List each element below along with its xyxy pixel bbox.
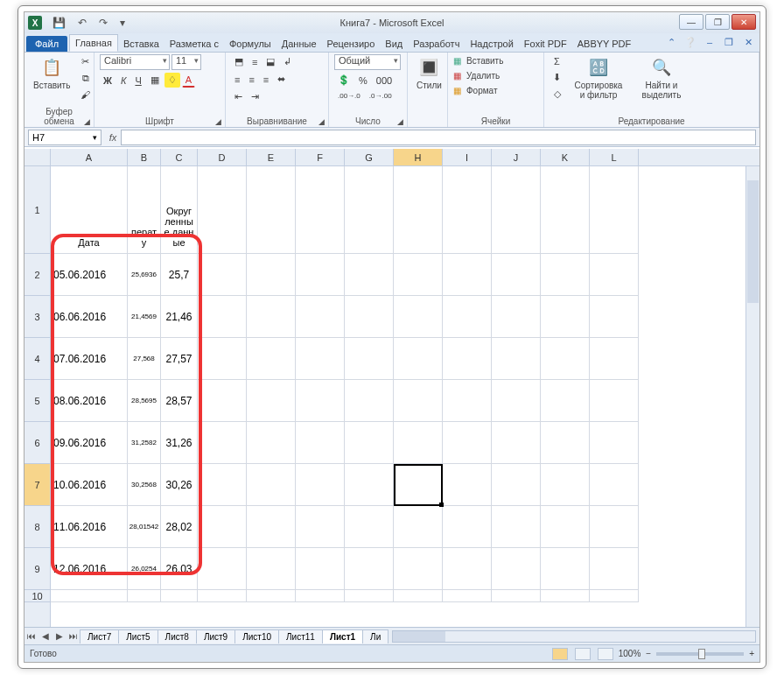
cell[interactable] — [590, 548, 639, 590]
increase-decimal-icon[interactable]: .00→.0 — [334, 90, 364, 102]
cell[interactable] — [345, 464, 394, 506]
save-icon[interactable]: 💾 — [49, 15, 69, 31]
format-cells-icon[interactable]: ▦ — [453, 86, 461, 95]
cut-icon[interactable]: ✂ — [77, 54, 94, 69]
cell[interactable] — [590, 464, 639, 506]
undo-icon[interactable]: ↶ — [74, 15, 90, 31]
cell[interactable] — [590, 422, 639, 464]
styles-button[interactable]: 🔳Стили — [413, 54, 445, 92]
tab-insert[interactable]: Вставка — [118, 36, 164, 52]
font-size-combo[interactable]: 11 — [172, 54, 201, 70]
col-header[interactable]: L — [590, 149, 639, 165]
merge-icon[interactable]: ⬌ — [274, 72, 289, 87]
zoom-slider[interactable] — [656, 652, 744, 656]
cell[interactable] — [443, 464, 492, 506]
cell[interactable] — [247, 338, 296, 380]
align-center-icon[interactable]: ≡ — [245, 73, 257, 87]
tab-addins[interactable]: Надстрой — [465, 36, 518, 52]
cell[interactable] — [443, 380, 492, 422]
file-tab[interactable]: Файл — [26, 36, 67, 52]
align-bottom-icon[interactable]: ⬓ — [262, 54, 278, 69]
cell[interactable] — [296, 548, 345, 590]
cell[interactable] — [590, 590, 639, 602]
tab-abbyy[interactable]: ABBYY PDF — [572, 36, 637, 52]
zoom-out-button[interactable]: − — [646, 649, 651, 658]
cell[interactable] — [541, 422, 590, 464]
cell[interactable] — [443, 506, 492, 548]
copy-icon[interactable]: ⧉ — [77, 71, 94, 86]
cell[interactable] — [198, 590, 247, 602]
align-left-icon[interactable]: ≡ — [231, 73, 243, 87]
cell[interactable] — [394, 548, 443, 590]
col-header[interactable]: H — [394, 149, 443, 165]
cell[interactable] — [345, 506, 394, 548]
tab-formulas[interactable]: Формулы — [224, 36, 276, 52]
cell[interactable] — [296, 380, 345, 422]
cell[interactable] — [492, 464, 541, 506]
tab-view[interactable]: Вид — [380, 36, 408, 52]
cell[interactable] — [247, 296, 296, 338]
cell[interactable] — [198, 506, 247, 548]
format-cells-button[interactable]: Формат — [463, 84, 501, 97]
cell[interactable] — [541, 296, 590, 338]
tab-layout[interactable]: Разметка с — [164, 36, 224, 52]
col-header[interactable]: D — [198, 149, 247, 165]
row-header[interactable]: 5 — [24, 380, 50, 422]
row-header[interactable]: 1 — [24, 166, 50, 254]
sheet-tab[interactable]: Лист7 — [80, 629, 119, 643]
col-header[interactable]: F — [296, 149, 345, 165]
col-header[interactable]: A — [51, 149, 128, 165]
cell[interactable] — [443, 254, 492, 296]
cell[interactable] — [161, 590, 198, 602]
cell[interactable] — [247, 506, 296, 548]
sheet-tab[interactable]: Лист1 — [322, 629, 363, 643]
autosum-icon[interactable]: Σ — [550, 54, 564, 68]
row-header[interactable]: 8 — [24, 506, 50, 548]
name-box[interactable]: H7▾ — [28, 130, 102, 145]
cell[interactable] — [296, 338, 345, 380]
tab-nav-last-icon[interactable]: ⏭ — [66, 629, 80, 643]
tab-nav-next-icon[interactable]: ▶ — [52, 629, 66, 643]
tab-data[interactable]: Данные — [276, 36, 322, 52]
decrease-indent-icon[interactable]: ⇤ — [231, 89, 246, 104]
cell[interactable] — [51, 590, 128, 602]
fill-icon[interactable]: ⬇ — [550, 70, 564, 85]
normal-view-button[interactable] — [552, 648, 568, 660]
cell[interactable] — [443, 338, 492, 380]
cell[interactable] — [394, 254, 443, 296]
border-button[interactable]: ▦ — [147, 73, 163, 88]
cell[interactable]: 26,0254 — [128, 548, 161, 590]
help-icon[interactable]: ❔ — [684, 36, 696, 48]
cell[interactable] — [394, 464, 443, 506]
cell[interactable]: 08.06.2016 — [51, 380, 128, 422]
cell[interactable]: 28,57 — [161, 380, 198, 422]
cell[interactable] — [198, 422, 247, 464]
cell[interactable] — [247, 380, 296, 422]
formula-input[interactable] — [121, 130, 756, 145]
row-header[interactable]: 10 — [24, 590, 50, 602]
col-header[interactable]: I — [443, 149, 492, 165]
cell[interactable] — [296, 590, 345, 602]
cell[interactable] — [296, 464, 345, 506]
sheet-tab[interactable]: Лист8 — [158, 629, 197, 643]
cell[interactable] — [128, 590, 161, 602]
cell[interactable] — [247, 254, 296, 296]
cell[interactable] — [296, 254, 345, 296]
cell[interactable] — [247, 422, 296, 464]
vertical-scrollbar[interactable] — [746, 166, 760, 627]
cell[interactable] — [492, 422, 541, 464]
cell[interactable]: 30,26 — [161, 464, 198, 506]
cell[interactable] — [296, 506, 345, 548]
cell[interactable] — [247, 464, 296, 506]
cell[interactable]: 21,46 — [161, 296, 198, 338]
increase-indent-icon[interactable]: ⇥ — [248, 89, 262, 104]
cell[interactable] — [198, 296, 247, 338]
col-header[interactable]: J — [492, 149, 541, 165]
cell[interactable]: 25,6936 — [128, 254, 161, 296]
cell[interactable] — [296, 296, 345, 338]
cell[interactable] — [492, 254, 541, 296]
sheet-tab[interactable]: Лист10 — [234, 629, 279, 643]
cell[interactable] — [541, 338, 590, 380]
cell[interactable] — [198, 548, 247, 590]
sheet-tab[interactable]: Лист11 — [278, 629, 323, 643]
